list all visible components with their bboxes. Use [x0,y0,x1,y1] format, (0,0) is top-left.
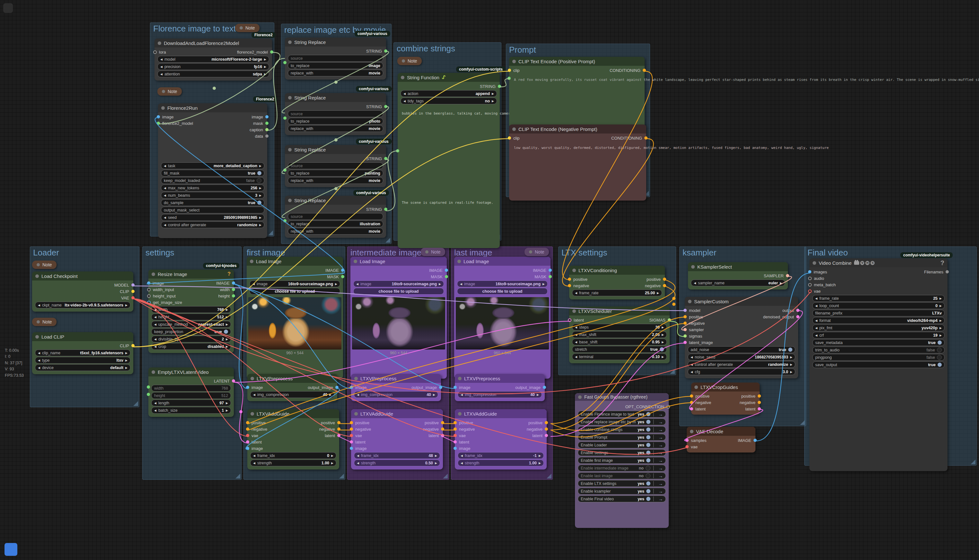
decrement-arrow-icon[interactable]: ◀ [253,462,256,465]
widget-row[interactable]: ◀ frame_rate 25.00 ▶ [572,290,662,296]
input-port[interactable]: latent [350,440,366,445]
increment-arrow-icon[interactable]: ▶ [790,355,792,359]
increment-arrow-icon[interactable]: ▶ [226,402,228,405]
port-dot[interactable] [337,434,341,437]
toggle-icon[interactable] [646,443,650,447]
widget-row[interactable]: ◀ choose file to upload ▶ [353,288,444,295]
port-dot[interactable] [808,290,812,293]
bypasser-row[interactable]: Enable ksampler yes → [578,488,666,495]
increment-arrow-icon[interactable]: ▶ [259,187,261,190]
node-ltxv-preprocess-intermediate[interactable]: LTXVPreprocess image output_image ◀ img_… [351,374,441,401]
widget-row[interactable]: ◀ image 16to9-sourceimage.png ▶ [353,280,444,287]
widget-row[interactable]: ◀ sampler_name euler ▶ [691,280,785,286]
port-dot[interactable] [685,445,688,448]
decrement-arrow-icon[interactable]: ◀ [154,323,156,326]
bypasser-row[interactable]: Enable Florence image to text yes → [578,411,666,418]
widget-row[interactable]: ◀ frame_idx -1 ▶ [458,452,544,459]
port-dot[interactable] [454,447,457,450]
port-dot[interactable] [265,122,269,125]
toggle-icon[interactable] [224,330,228,334]
decrement-arrow-icon[interactable]: ◀ [690,355,693,359]
input-port[interactable]: height_input [147,293,176,298]
widget-row[interactable]: ◀ max_shift 2.05 ▶ [572,331,667,338]
node-clip-text-encode-positive[interactable]: CLIP Text Encode (Positive Prompt) clip … [509,57,645,128]
bypass-arrow-icon[interactable]: → [657,473,665,478]
increment-arrow-icon[interactable]: ▶ [125,303,127,307]
widget-row[interactable]: ◀ replace_with movie ▶ [288,125,383,132]
widget-row[interactable]: ◀ type ltxv ▶ [35,357,130,363]
input-port[interactable]: vae [350,433,362,438]
output-port[interactable]: MODEL [114,283,135,288]
output-port[interactable]: output_image [308,385,339,390]
port-dot[interactable] [796,309,799,312]
node-ltxv-preprocess-last[interactable]: LTXVPreprocess image output_image ◀ img_… [455,374,545,401]
port-dot[interactable] [683,322,687,325]
increment-arrow-icon[interactable]: ▶ [939,334,942,337]
widget-row[interactable]: ◀ precision fp16 ▶ [157,63,269,70]
decrement-arrow-icon[interactable]: ◀ [357,462,359,465]
port-dot[interactable] [270,50,273,53]
port-dot[interactable] [683,315,687,318]
toggle-icon[interactable] [646,489,650,493]
increment-arrow-icon[interactable]: ▶ [226,345,228,348]
input-dot-source[interactable] [283,61,287,64]
port-dot[interactable] [147,294,150,298]
increment-arrow-icon[interactable]: ▶ [492,92,494,95]
port-dot[interactable] [384,49,388,53]
group-loader[interactable]: Loader [30,247,139,407]
node-ltxv-add-guide-intermediate[interactable]: LTXVAddGuide positive positive negative … [351,409,443,470]
port-dot[interactable] [454,427,457,431]
input-dot-source[interactable] [283,117,287,120]
collapse-dot-icon[interactable] [512,60,516,63]
port-dot[interactable] [568,318,571,322]
node-ltxv-scheduler[interactable]: LTXVScheduler latent SIGMAS ◀ steps 30 ▶… [569,307,670,363]
port-dot[interactable] [545,434,548,437]
input-port[interactable]: clip [508,68,520,73]
input-port[interactable]: negative [683,321,705,326]
output-port[interactable]: MASK [431,274,448,279]
port-dot[interactable] [441,434,444,437]
increment-arrow-icon[interactable]: ▶ [125,359,127,362]
input-port[interactable]: width_input [147,287,174,292]
input-dot-source[interactable] [283,219,287,222]
toggle-icon[interactable] [646,458,650,462]
widget-row[interactable]: ◀ num_beams 3 ▶ [161,192,264,198]
decrement-arrow-icon[interactable]: ◀ [403,100,406,103]
port-dot[interactable] [441,427,444,431]
increment-arrow-icon[interactable]: ▶ [492,100,494,103]
port-dot[interactable] [131,283,135,287]
widget-row[interactable]: ◀ to_replace image ▶ [288,62,383,69]
decrement-arrow-icon[interactable]: ◀ [461,393,463,396]
port-dot[interactable] [147,288,150,292]
node-clip-text-encode-negative[interactable]: CLIP Text Encode (Negative Prompt) clip … [509,125,646,200]
bypass-arrow-icon[interactable]: → [657,497,665,502]
bypass-arrow-icon[interactable]: → [657,458,665,463]
node-load-checkpoint[interactable]: Load Checkpoint MODEL CLIP VAE ◀ ckpt_na… [32,272,133,312]
widget-row[interactable]: ◀ height 512 ▶ [151,392,231,399]
decrement-arrow-icon[interactable]: ◀ [815,297,817,300]
increment-arrow-icon[interactable]: ▶ [939,319,942,322]
output-port[interactable]: latent [532,433,548,438]
port-dot[interactable] [643,69,646,72]
decrement-arrow-icon[interactable]: ◀ [164,164,166,168]
port-dot[interactable] [568,284,571,287]
port-dot[interactable] [232,288,235,291]
collapse-dot-icon[interactable] [529,250,532,253]
note-pill[interactable]: Note [157,87,182,96]
port-dot[interactable] [690,407,693,410]
collapse-dot-icon[interactable] [402,59,405,63]
port-dot[interactable] [232,379,235,383]
input-dot-text[interactable] [508,77,511,80]
port-dot[interactable] [796,315,799,318]
widget-row[interactable]: ◀ frame_idx 48 ▶ [354,452,440,459]
input-port[interactable]: positive [683,315,703,319]
port-dot[interactable] [350,386,353,389]
increment-arrow-icon[interactable]: ▶ [264,65,266,68]
port-dot[interactable] [786,274,789,277]
port-dot[interactable] [246,421,249,424]
decrement-arrow-icon[interactable]: ◀ [160,65,162,68]
port-dot[interactable] [350,440,353,443]
widget-row[interactable]: ◀ format video/h264-mp4 ▶ [812,317,945,324]
widget-row[interactable]: ◀ seed 285091998991985 ▶ [161,214,264,221]
port-dot[interactable] [147,282,150,285]
